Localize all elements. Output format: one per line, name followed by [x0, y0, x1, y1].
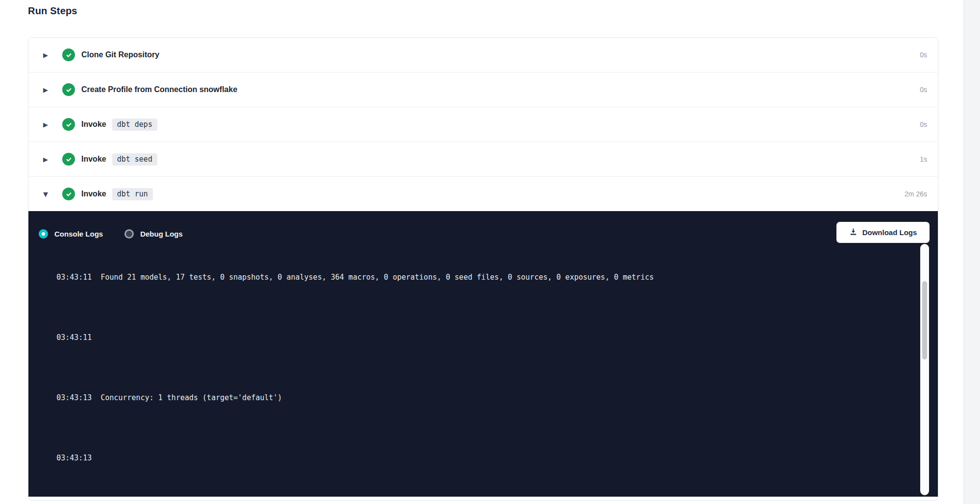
run-step-row[interactable]: ▶ Invoke dbt seed 1s: [28, 142, 938, 177]
chevron-right-icon[interactable]: ▶: [43, 156, 51, 163]
radio-label[interactable]: Console Logs: [54, 230, 103, 238]
radio-label[interactable]: Debug Logs: [140, 230, 183, 238]
run-step-row[interactable]: ▶ Create Profile from Connection snowfla…: [28, 72, 938, 107]
console-log-output: 03:43:11Found 21 models, 17 tests, 0 sna…: [28, 244, 918, 497]
chevron-down-icon[interactable]: ▼: [43, 191, 51, 197]
run-step-row[interactable]: ▼ Invoke dbt run 2m 26s: [28, 177, 938, 211]
console-logs-radio[interactable]: Console Logs: [39, 229, 103, 239]
console-panel: Console Logs Debug Logs Download Logs 03…: [28, 211, 938, 497]
chevron-right-icon[interactable]: ▶: [43, 121, 51, 128]
page-background-strip: [963, 0, 980, 504]
step-command-badge: dbt seed: [112, 153, 157, 166]
check-circle-icon: [62, 118, 75, 131]
check-circle-icon: [62, 48, 75, 61]
log-timestamp: 03:43:13: [56, 393, 100, 402]
radio-unselected-icon[interactable]: [124, 229, 134, 239]
step-command-badge: dbt run: [112, 188, 153, 200]
step-command-badge: dbt deps: [112, 119, 157, 131]
check-circle-icon: [62, 83, 75, 96]
download-icon: [849, 228, 858, 238]
log-timestamp: 03:43:13: [56, 454, 100, 462]
log-line: 03:43:13Concurrency: 1 threads (target='…: [39, 383, 918, 413]
page: Run Steps ▶ Clone Git Repository 0s ▶ Cr…: [0, 0, 980, 504]
log-line: 03:43:13: [39, 443, 918, 473]
step-duration: 0s: [920, 51, 927, 59]
step-duration: 0s: [920, 120, 927, 128]
log-type-radio-group: Console Logs Debug Logs: [39, 229, 183, 239]
step-duration: 2m 26s: [905, 190, 927, 198]
step-label: Create Profile from Connection snowflake: [81, 85, 237, 94]
step-label: Invoke: [81, 190, 106, 198]
check-circle-icon: [62, 153, 75, 166]
step-label: Invoke: [81, 155, 106, 164]
console-scrollbar-track[interactable]: [920, 244, 929, 495]
radio-selected-icon[interactable]: [39, 229, 48, 239]
console-log-viewport[interactable]: 03:43:11Found 21 models, 17 tests, 0 sna…: [28, 244, 918, 497]
check-circle-icon: [62, 188, 75, 200]
run-steps-card: ▶ Clone Git Repository 0s ▶ Create Profi…: [28, 37, 938, 501]
log-line: 03:43:11: [39, 322, 918, 353]
run-step-row[interactable]: ▶ Invoke dbt deps 0s: [28, 107, 938, 142]
log-timestamp: 03:43:11: [56, 273, 100, 282]
step-label: Clone Git Repository: [81, 50, 159, 59]
step-label: Invoke: [81, 120, 106, 129]
chevron-right-icon[interactable]: ▶: [43, 87, 51, 93]
log-line: 03:43:11Found 21 models, 17 tests, 0 sna…: [39, 262, 918, 292]
page-title: Run Steps: [28, 5, 77, 17]
run-step-row[interactable]: ▶ Clone Git Repository 0s: [28, 38, 938, 72]
chevron-right-icon[interactable]: ▶: [43, 52, 51, 58]
log-timestamp: 03:43:11: [56, 333, 100, 342]
download-logs-button[interactable]: Download Logs: [836, 222, 930, 243]
console-scrollbar-thumb[interactable]: [922, 281, 927, 360]
debug-logs-radio[interactable]: Debug Logs: [124, 229, 183, 239]
step-duration: 1s: [920, 155, 927, 163]
download-logs-label: Download Logs: [862, 228, 917, 237]
run-steps-list: ▶ Clone Git Repository 0s ▶ Create Profi…: [28, 38, 938, 211]
step-duration: 0s: [920, 86, 927, 94]
